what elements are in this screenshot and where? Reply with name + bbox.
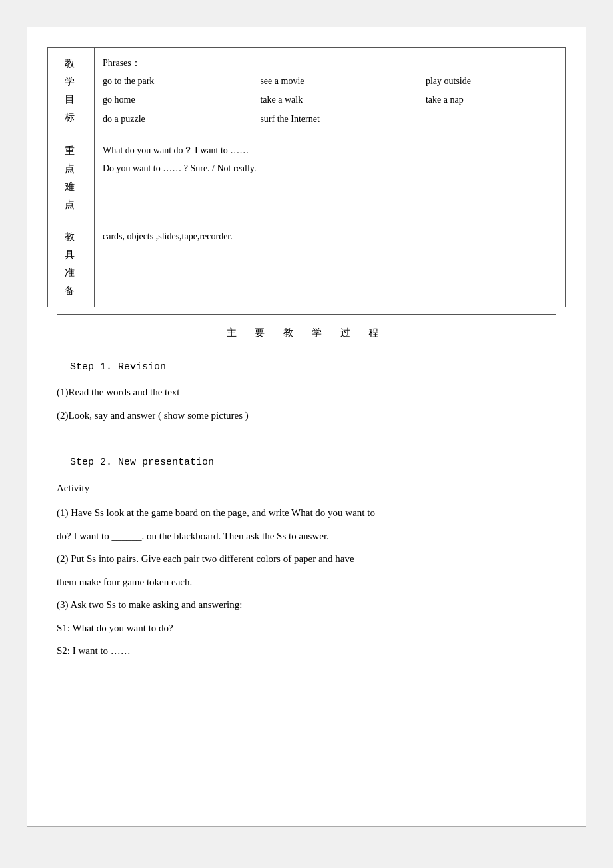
label-objectives: 教 学 目 标 (48, 48, 95, 135)
phrase-4: go home (103, 91, 240, 109)
phrase-3: play outside (426, 73, 557, 91)
content-keypoints: What do you want do？ I want to …… Do you… (95, 135, 566, 221)
keypoint-line1: What do you want do？ I want to …… (103, 142, 557, 160)
label-keypoints: 重 点 难 点 (48, 135, 95, 221)
step2-item7: S2: I want to …… (57, 641, 556, 661)
phrase-8: surf the Internet (260, 111, 405, 129)
phrase-5: take a walk (260, 91, 405, 109)
materials-text: cards, objects ,slides,tape,recorder. (103, 231, 233, 241)
content-materials: cards, objects ,slides,tape,recorder. (95, 221, 566, 307)
phrase-2: see a movie (260, 73, 405, 91)
process-title: 主 要 教 学 过 程 (57, 314, 556, 347)
step1-item2: (2)Look, say and answer ( show some pict… (57, 406, 556, 425)
lesson-plan-table: 教 学 目 标 Phrases： go to the park see a mo… (47, 47, 566, 307)
step2-item5: (3) Ask two Ss to make asking and answer… (57, 595, 556, 615)
label-materials: 教 具 准 备 (48, 221, 95, 307)
step1-heading: Step 1. Revision (70, 357, 556, 377)
step2-item3: (2) Put Ss into pairs. Give each pair tw… (57, 549, 556, 569)
table-row-materials: 教 具 准 备 cards, objects ,slides,tape,reco… (48, 221, 566, 307)
phrases-label: Phrases： (103, 58, 141, 68)
page-container: 教 学 目 标 Phrases： go to the park see a mo… (27, 27, 586, 827)
phrases-grid: go to the park see a movie play outside … (103, 73, 557, 129)
step2-heading: Step 2. New presentation (70, 453, 556, 473)
phrase-6: take a nap (426, 91, 557, 109)
phrase-9 (426, 111, 557, 129)
content-objectives: Phrases： go to the park see a movie play… (95, 48, 566, 135)
phrase-7: do a puzzle (103, 111, 240, 129)
step1-item1: (1)Read the words and the text (57, 383, 556, 402)
activity-heading: Activity (57, 478, 556, 498)
step2-item6: S1: What do you want to do? (57, 619, 556, 638)
step2-item4: them make four game token each. (57, 573, 556, 592)
step2-item2: do? I want to ______. on the blackboard.… (57, 527, 556, 546)
table-row-keypoints: 重 点 难 点 What do you want do？ I want to …… (48, 135, 566, 221)
process-section: 主 要 教 学 过 程 Step 1. Revision (1)Read the… (47, 307, 566, 671)
keypoint-line2: Do you want to …… ? Sure. / Not really. (103, 160, 557, 178)
step2-item1: (1) Have Ss look at the game board on th… (57, 503, 556, 523)
table-row-objectives: 教 学 目 标 Phrases： go to the park see a mo… (48, 48, 566, 135)
phrase-1: go to the park (103, 73, 240, 91)
